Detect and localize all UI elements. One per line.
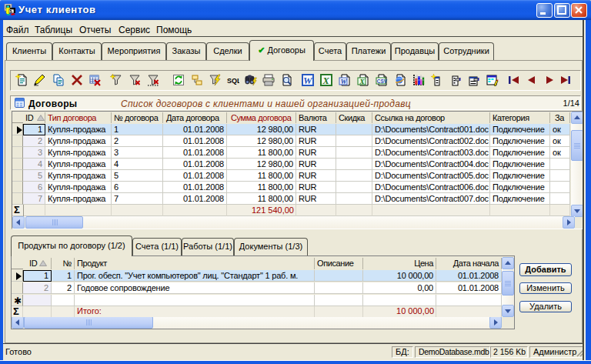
- svg-text:X: X: [359, 78, 365, 85]
- svg-text:W: W: [341, 78, 348, 85]
- svg-text:SQL: SQL: [227, 77, 239, 85]
- svg-text:W: W: [303, 75, 313, 86]
- svg-text:X: X: [322, 75, 329, 86]
- svg-text:CSV: CSV: [377, 78, 388, 84]
